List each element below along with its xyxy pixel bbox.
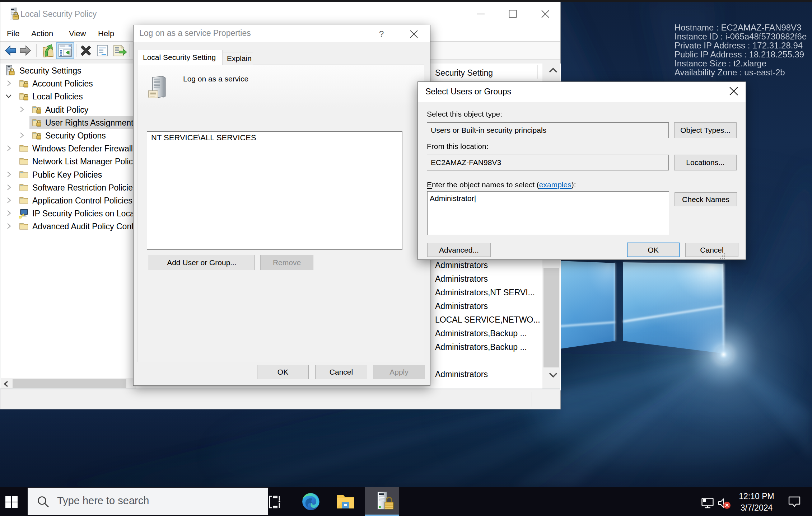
svg-text:?: ?: [379, 29, 384, 39]
